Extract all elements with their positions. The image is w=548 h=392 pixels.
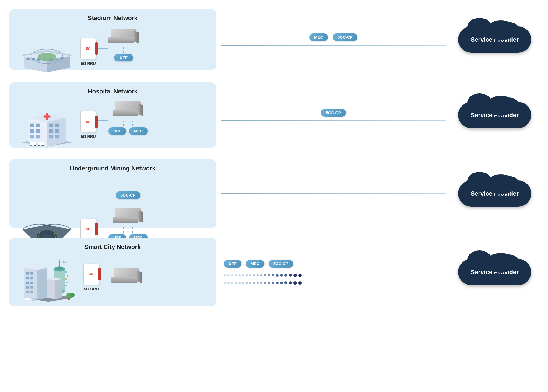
rru-device-stadium: 5G <box>80 38 96 59</box>
switch-dashed-lines-mining <box>123 227 133 233</box>
svg-marker-76 <box>47 279 55 299</box>
cloud-wrapper-hospital: Service Provider <box>458 102 531 128</box>
rru-device-smartcity: 5G <box>83 264 99 285</box>
rru-device-mining: 5G <box>80 219 96 240</box>
floating-pills-smartcity: UPF MEC 5GC-CP <box>224 260 293 268</box>
cloud-container-smartcity: Service Provider <box>451 259 539 285</box>
pill-mec-hospital: MEC <box>129 127 148 135</box>
net-content-stadium: 5G 5G RRU UPF <box>16 26 209 78</box>
svg-rect-61 <box>30 286 33 289</box>
switch-hospital <box>113 101 143 118</box>
rru-label-smartcity: 5G RRU <box>84 287 99 291</box>
svg-marker-77 <box>55 279 62 299</box>
svg-rect-25 <box>49 129 53 133</box>
city-svg <box>19 255 77 306</box>
cloud-container-hospital: Service Provider <box>451 102 539 128</box>
pill-upf-hospital: UPF <box>108 127 126 135</box>
svg-rect-81 <box>68 298 70 300</box>
net-content-hospital: 5G 5G RRU <box>16 99 209 151</box>
cloud-wrapper-stadium: Service Provider <box>458 26 531 53</box>
svg-rect-62 <box>26 291 29 293</box>
floating-pills-stadium: MEC 5GC-CP <box>309 33 357 41</box>
rru-5g-label-h: 5G <box>86 120 91 124</box>
switch-dashed-lines-hospital <box>123 121 133 126</box>
rru-group-hospital: 5G 5G RRU <box>80 111 96 139</box>
cloud-wrapper-smartcity: Service Provider <box>458 259 531 285</box>
svg-rect-19 <box>30 129 34 133</box>
svg-rect-28 <box>55 135 59 138</box>
rru-group-smartcity: 5G 5G RRU <box>83 264 99 291</box>
network-box-smartcity: Smart City Network <box>9 238 216 306</box>
top-dashed-line-mining <box>128 202 128 207</box>
row-hospital: Hospital Network <box>9 79 539 152</box>
svg-rect-57 <box>30 277 33 279</box>
svg-point-35 <box>38 145 40 146</box>
net-content-smartcity: 5G 5G RRU <box>16 255 209 306</box>
switch-group-smartcity <box>111 268 142 285</box>
svg-point-73 <box>65 278 67 280</box>
pills-hospital: UPF MEC <box>108 127 148 135</box>
mid-section-stadium: MEC 5GC-CP <box>216 33 451 46</box>
cloud-label-smartcity: Service Provider <box>471 269 519 275</box>
rru-device-hospital: 5G <box>80 111 96 132</box>
switch-group-stadium: UPF <box>108 29 139 75</box>
pill-5gccp-sc: 5GC-CP <box>269 260 293 268</box>
svg-rect-27 <box>49 135 53 138</box>
svg-rect-10 <box>60 57 64 59</box>
svg-rect-54 <box>26 272 29 274</box>
svg-rect-55 <box>30 272 33 274</box>
stadium-svg <box>18 27 76 77</box>
svg-rect-59 <box>30 282 33 284</box>
svg-point-70 <box>58 259 60 261</box>
svg-marker-52 <box>37 268 47 300</box>
switch-smartcity <box>111 268 142 285</box>
svg-rect-5 <box>27 58 30 60</box>
pill-5gccp-hospital: 5GC-CP <box>321 109 346 117</box>
switch-group-hospital: UPF MEC <box>108 101 148 149</box>
pill-mec-sc: MEC <box>246 260 264 268</box>
svg-rect-22 <box>36 135 40 138</box>
network-title-smartcity: Smart City Network <box>16 243 209 250</box>
row-smartcity: Smart City Network <box>9 236 539 309</box>
svg-rect-58 <box>26 282 29 284</box>
cloud-mining: Service Provider <box>458 180 531 207</box>
rru-to-switch-line-hospital <box>96 120 108 121</box>
network-title-hospital: Hospital Network <box>16 88 209 95</box>
svg-point-34 <box>34 145 36 146</box>
cloud-container-stadium: Service Provider <box>451 26 539 53</box>
svg-rect-56 <box>26 277 29 279</box>
svg-rect-23 <box>49 124 53 127</box>
pill-upf-sc: UPF <box>224 260 241 268</box>
cloud-label-mining: Service Provider <box>471 190 519 197</box>
floating-pills-hospital: 5GC-CP <box>321 109 346 117</box>
network-box-stadium: Stadium Network <box>9 9 216 70</box>
rru-5g-label: 5G <box>86 47 91 51</box>
svg-point-33 <box>30 145 32 146</box>
svg-point-74 <box>66 282 68 283</box>
conn-line-stadium <box>221 45 446 46</box>
svg-rect-60 <box>26 286 29 289</box>
svg-point-11 <box>38 53 56 61</box>
cloud-smartcity: Service Provider <box>458 259 531 285</box>
pill-upf-stadium: UPF <box>114 54 133 61</box>
conn-line-hospital <box>221 120 446 121</box>
rru-to-switch-line-sc <box>99 277 111 277</box>
svg-point-80 <box>70 293 74 297</box>
network-box-mining: Underground Mining Network <box>9 159 216 228</box>
switch-stadium <box>108 29 139 45</box>
pill-mec-stadium: MEC <box>309 33 328 41</box>
dotted-row-2 <box>221 281 446 285</box>
mid-section-smartcity: UPF MEC 5GC-CP <box>216 260 451 285</box>
svg-rect-21 <box>30 135 34 138</box>
svg-rect-17 <box>30 124 34 127</box>
hospital-building <box>16 99 77 151</box>
network-box-hospital: Hospital Network <box>9 82 216 148</box>
pill-5gccp-mining-top: 5GC-CP <box>116 191 140 199</box>
svg-point-36 <box>42 145 44 146</box>
diagram-container: Stadium Network <box>9 6 539 309</box>
svg-rect-83 <box>32 298 36 300</box>
svg-point-72 <box>67 275 68 277</box>
network-title-stadium: Stadium Network <box>16 15 209 22</box>
rru-to-switch-line-stadium <box>96 48 108 49</box>
rru-label-stadium: 5G RRU <box>81 61 96 66</box>
